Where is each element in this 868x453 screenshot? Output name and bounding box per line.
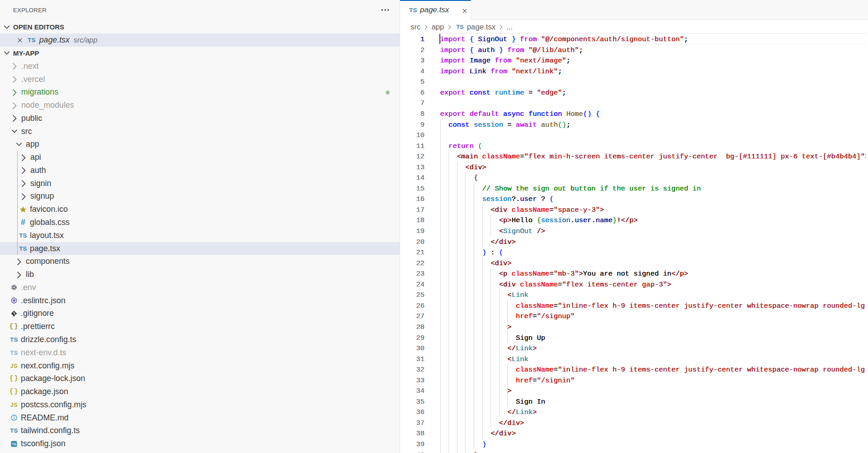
svg-text:TS: TS [12, 442, 16, 446]
